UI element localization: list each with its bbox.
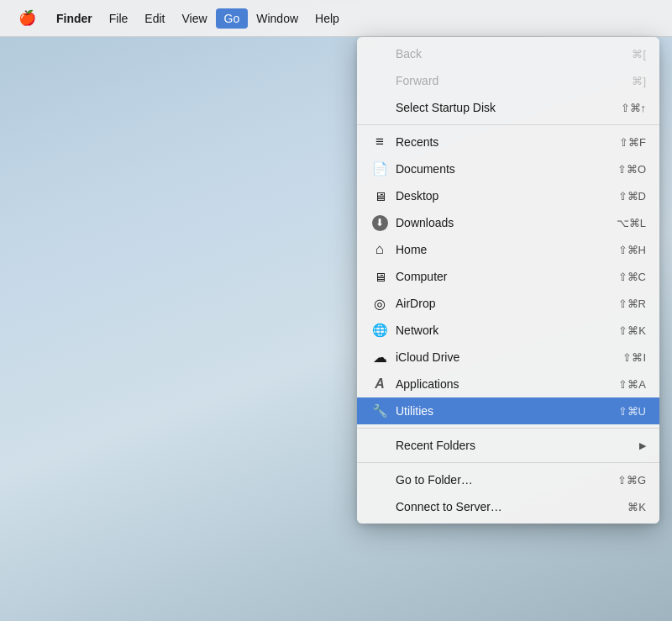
home-icon: ⌂ (370, 240, 389, 259)
connect-icon (370, 497, 389, 516)
menu-item-computer[interactable]: 🖥 Computer ⇧⌘C (357, 263, 659, 290)
recents-shortcut: ⇧⌘F (619, 136, 646, 149)
connect-label: Connect to Server… (396, 500, 627, 513)
go-to-folder-icon (370, 471, 389, 489)
menu-item-recent-folders[interactable]: Recent Folders ▶ (357, 432, 659, 459)
menu-item-back[interactable]: Back ⌘[ (357, 40, 659, 67)
menubar-view[interactable]: View (173, 8, 215, 29)
recents-icon: ≡ (370, 133, 389, 151)
back-icon (370, 45, 389, 63)
icloud-shortcut: ⇧⌘I (622, 351, 646, 364)
downloads-icon: ⬇ (370, 213, 389, 232)
menubar-window[interactable]: Window (248, 8, 307, 29)
menu-item-network[interactable]: 🌐 Network ⇧⌘K (357, 317, 659, 344)
downloads-label: Downloads (396, 216, 617, 229)
recent-folders-icon (370, 436, 389, 455)
desktop-label: Desktop (396, 189, 618, 203)
startup-disk-shortcut: ⇧⌘↑ (621, 102, 647, 114)
recent-folders-arrow: ▶ (639, 440, 646, 451)
menu-item-connect-to-server[interactable]: Connect to Server… ⌘K (357, 493, 659, 520)
downloads-shortcut: ⌥⌘L (617, 217, 646, 229)
go-to-folder-label: Go to Folder… (396, 473, 617, 487)
documents-label: Documents (396, 162, 617, 176)
menubar-edit[interactable]: Edit (136, 8, 173, 29)
separator-2 (357, 428, 659, 429)
menu-item-home[interactable]: ⌂ Home ⇧⌘H (357, 236, 659, 263)
utilities-shortcut: ⇧⌘U (618, 405, 646, 418)
menu-item-downloads[interactable]: ⬇ Downloads ⌥⌘L (357, 209, 659, 236)
apple-menu[interactable]: 🍎 (10, 6, 45, 30)
go-to-folder-shortcut: ⇧⌘G (617, 474, 646, 487)
recents-label: Recents (396, 135, 619, 149)
icloud-icon: ☁ (370, 348, 389, 366)
network-label: Network (396, 324, 618, 337)
airdrop-label: AirDrop (396, 297, 618, 310)
menubar-file[interactable]: File (101, 8, 137, 29)
network-icon: 🌐 (370, 321, 389, 339)
computer-label: Computer (396, 270, 618, 283)
airdrop-icon: ◎ (370, 294, 389, 313)
forward-shortcut: ⌘] (632, 75, 646, 87)
separator-1 (357, 124, 659, 125)
applications-label: Applications (396, 377, 618, 391)
utilities-icon: 🔧 (370, 402, 389, 420)
home-label: Home (396, 243, 618, 256)
network-shortcut: ⇧⌘K (618, 324, 646, 337)
menubar-help[interactable]: Help (307, 8, 348, 29)
menu-item-forward[interactable]: Forward ⌘] (357, 67, 659, 94)
recent-folders-label: Recent Folders (396, 439, 633, 452)
go-dropdown-menu: Back ⌘[ Forward ⌘] Select Startup Disk ⇧… (357, 37, 659, 524)
connect-shortcut: ⌘K (627, 501, 646, 513)
applications-icon: A (370, 375, 389, 393)
icloud-label: iCloud Drive (396, 350, 622, 364)
back-label: Back (396, 47, 632, 61)
menu-item-icloud[interactable]: ☁ iCloud Drive ⇧⌘I (357, 344, 659, 371)
airdrop-shortcut: ⇧⌘R (618, 297, 646, 310)
menubar-go[interactable]: Go (216, 8, 249, 29)
menubar-finder[interactable]: Finder (48, 8, 101, 29)
desktop-shortcut: ⇧⌘D (618, 190, 646, 203)
forward-icon (370, 71, 389, 90)
menu-item-airdrop[interactable]: ◎ AirDrop ⇧⌘R (357, 290, 659, 317)
utilities-label: Utilities (396, 404, 618, 418)
menu-item-desktop[interactable]: 🖥 Desktop ⇧⌘D (357, 182, 659, 209)
separator-3 (357, 462, 659, 463)
documents-shortcut: ⇧⌘O (617, 163, 646, 176)
home-shortcut: ⇧⌘H (618, 244, 646, 256)
back-shortcut: ⌘[ (632, 48, 646, 61)
applications-shortcut: ⇧⌘A (618, 378, 646, 391)
menubar: 🍎 Finder File Edit View Go Window Help (0, 0, 672, 37)
menu-item-recents[interactable]: ≡ Recents ⇧⌘F (357, 129, 659, 155)
startup-disk-icon (370, 98, 389, 117)
startup-disk-label: Select Startup Disk (396, 101, 621, 114)
documents-icon: 📄 (370, 160, 389, 178)
menu-item-go-to-folder[interactable]: Go to Folder… ⇧⌘G (357, 466, 659, 493)
menu-item-startup-disk[interactable]: Select Startup Disk ⇧⌘↑ (357, 94, 659, 121)
computer-icon: 🖥 (370, 267, 389, 286)
forward-label: Forward (396, 74, 632, 87)
desktop-icon: 🖥 (370, 187, 389, 205)
menu-item-utilities[interactable]: 🔧 Utilities ⇧⌘U (357, 397, 659, 424)
menu-item-applications[interactable]: A Applications ⇧⌘A (357, 371, 659, 397)
menu-item-documents[interactable]: 📄 Documents ⇧⌘O (357, 155, 659, 182)
computer-shortcut: ⇧⌘C (618, 271, 646, 283)
